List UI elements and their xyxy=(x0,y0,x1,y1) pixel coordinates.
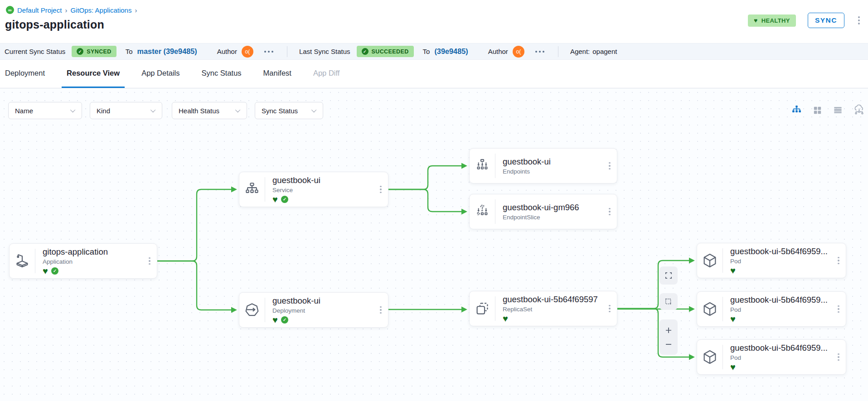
node-more-menu-icon[interactable] xyxy=(836,304,841,315)
node-pod[interactable]: guestbook-ui-5b64f6959... Pod ♥ xyxy=(697,243,846,278)
node-kind: Pod xyxy=(730,354,831,361)
pod-icon xyxy=(697,297,723,321)
breadcrumb-separator: › xyxy=(65,6,67,14)
page-title: gitops-application xyxy=(5,18,104,31)
select-zoom-button[interactable] xyxy=(659,293,678,310)
health-status-badge: ♥ HEALTHY xyxy=(748,14,796,27)
node-kind: Application xyxy=(43,258,142,265)
heart-icon: ♥ xyxy=(754,17,758,24)
list-view-icon[interactable] xyxy=(833,105,843,116)
node-application[interactable]: gitops-application Application ♥ ✓ xyxy=(9,243,157,279)
healthy-heart-icon: ♥ xyxy=(503,314,508,323)
zoom-in-icon[interactable] xyxy=(664,325,674,335)
node-kind: Pod xyxy=(730,258,831,265)
node-replicaset[interactable]: guestbook-ui-5b64f69597 ReplicaSet ♥ xyxy=(469,291,617,326)
node-name: guestbook-ui xyxy=(503,157,602,167)
healthy-heart-icon: ♥ xyxy=(272,195,278,204)
node-service[interactable]: guestbook-ui Service ♥ ✓ xyxy=(239,172,388,207)
tab-deployment[interactable]: Deployment xyxy=(0,60,50,88)
succeeded-badge: ✓ SUCCEEDED xyxy=(357,46,414,57)
application-icon xyxy=(10,249,35,273)
chevron-down-icon xyxy=(235,107,240,112)
synced-check-icon: ✓ xyxy=(51,267,58,275)
last-author-label: Author xyxy=(488,48,508,55)
health-badge-label: HEALTHY xyxy=(761,17,790,24)
node-pod[interactable]: guestbook-ui-5b64f6959... Pod ♥ xyxy=(697,339,846,375)
healthy-heart-icon: ♥ xyxy=(730,362,736,372)
node-deployment[interactable]: guestbook-ui Deployment ♥ ✓ xyxy=(239,292,388,328)
filter-kind-dropdown[interactable]: Kind xyxy=(90,102,162,119)
current-sync-more-menu-icon[interactable] xyxy=(262,49,275,54)
healthy-heart-icon: ♥ xyxy=(272,315,278,324)
filter-sync-status-label: Sync Status xyxy=(262,107,298,115)
gitops-logo-icon: ∞ xyxy=(6,6,14,14)
current-to-label: To xyxy=(126,48,133,55)
pod-icon xyxy=(697,345,723,369)
zoom-out-icon[interactable] xyxy=(664,339,674,349)
node-endpoints[interactable]: guestbook-ui Endpoints xyxy=(469,148,617,184)
current-revision-link[interactable]: master (39e9485) xyxy=(137,47,197,56)
node-kind: Service xyxy=(272,187,373,193)
filter-name-dropdown[interactable]: Name xyxy=(8,102,82,119)
breadcrumb-project-link[interactable]: Default Project xyxy=(17,6,62,14)
sync-status-bar: Current Sync Status ✓ SYNCED To master (… xyxy=(0,43,868,60)
chevron-down-icon xyxy=(311,107,316,112)
last-revision-link[interactable]: (39e9485) xyxy=(434,47,468,56)
node-name: guestbook-ui-gm966 xyxy=(503,203,602,213)
node-more-menu-icon[interactable] xyxy=(378,304,383,316)
synced-check-icon: ✓ xyxy=(281,196,288,203)
deployment-icon xyxy=(239,298,265,322)
infra-view-icon[interactable] xyxy=(853,104,865,116)
node-more-menu-icon[interactable] xyxy=(378,184,383,195)
node-more-menu-icon[interactable] xyxy=(836,352,841,363)
node-more-menu-icon[interactable] xyxy=(607,160,612,172)
endpointslice-icon xyxy=(470,199,495,224)
page-header: ∞ Default Project › GitOps: Applications… xyxy=(0,0,868,43)
breadcrumb: ∞ Default Project › GitOps: Applications… xyxy=(6,6,137,14)
succeeded-badge-label: SUCCEEDED xyxy=(372,48,409,55)
filter-sync-status-dropdown[interactable]: Sync Status xyxy=(255,102,323,119)
grid-view-icon[interactable] xyxy=(812,105,823,116)
tab-app-details[interactable]: App Details xyxy=(136,60,184,88)
tab-manifest[interactable]: Manifest xyxy=(258,60,296,88)
healthy-heart-icon: ♥ xyxy=(730,266,736,275)
node-more-menu-icon[interactable] xyxy=(607,206,612,217)
current-sync-status-label: Current Sync Status xyxy=(5,48,65,55)
node-kind: EndpointSlice xyxy=(503,214,602,221)
zoom-in-out-control xyxy=(659,319,678,355)
tab-app-diff: App Diff xyxy=(308,60,344,88)
node-more-menu-icon[interactable] xyxy=(836,255,841,266)
tree-view-icon[interactable] xyxy=(791,105,802,116)
header-more-menu-icon[interactable] xyxy=(856,14,862,26)
node-more-menu-icon[interactable] xyxy=(607,303,612,314)
resource-graph-canvas[interactable]: Name Kind Health Status Sync Status xyxy=(0,88,868,401)
view-mode-toggles xyxy=(791,104,865,116)
endpoints-icon xyxy=(470,154,495,178)
filter-health-status-dropdown[interactable]: Health Status xyxy=(172,102,247,119)
tab-resource-view[interactable]: Resource View xyxy=(62,60,125,88)
divider xyxy=(287,46,287,57)
agent-label: Agent: xyxy=(570,48,590,55)
current-author-avatar: o( xyxy=(242,46,253,58)
check-circle-icon: ✓ xyxy=(77,48,83,55)
tab-sync-status[interactable]: Sync Status xyxy=(197,60,247,88)
node-name: guestbook-ui-5b64f69597 xyxy=(503,295,602,304)
filter-name-label: Name xyxy=(15,107,33,115)
node-endpointslice[interactable]: guestbook-ui-gm966 EndpointSlice xyxy=(469,194,617,229)
node-more-menu-icon[interactable] xyxy=(147,256,152,267)
fullscreen-button[interactable] xyxy=(659,266,678,285)
service-icon xyxy=(239,177,265,202)
synced-badge: ✓ SYNCED xyxy=(72,46,116,57)
check-circle-icon: ✓ xyxy=(362,48,369,55)
breadcrumb-section-link[interactable]: GitOps: Applications xyxy=(70,6,131,14)
synced-badge-label: SYNCED xyxy=(87,48,112,55)
last-sync-status-label: Last Sync Status xyxy=(299,48,350,55)
filter-health-status-label: Health Status xyxy=(179,107,219,115)
node-pod[interactable]: guestbook-ui-5b64f6959... Pod ♥ xyxy=(697,291,846,327)
node-kind: Endpoints xyxy=(503,168,602,175)
node-name: guestbook-ui xyxy=(272,296,373,306)
node-kind: Deployment xyxy=(272,307,373,314)
last-sync-more-menu-icon[interactable] xyxy=(533,49,546,54)
sync-button[interactable]: SYNC xyxy=(808,13,844,28)
tab-bar: Deployment Resource View App Details Syn… xyxy=(0,60,868,88)
